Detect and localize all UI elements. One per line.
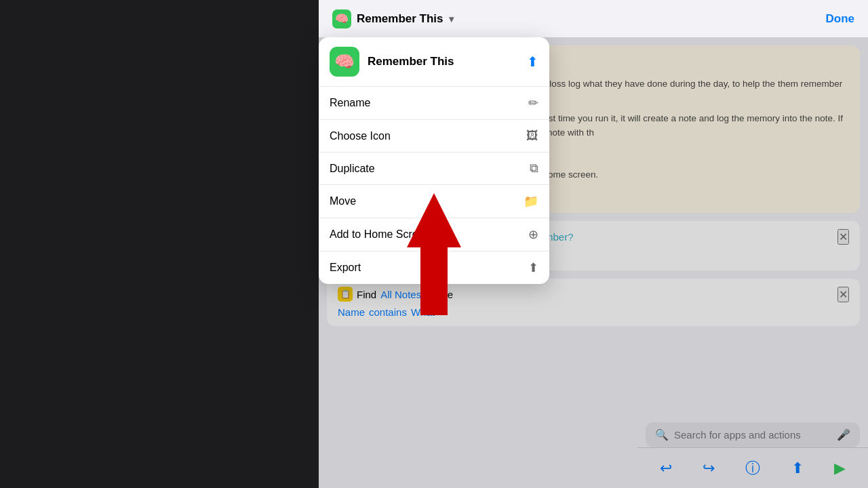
left-panel xyxy=(0,0,319,488)
dropdown-app-info: 🧠 Remember This xyxy=(330,47,454,77)
menu-item-choose-icon[interactable]: Choose Icon 🖼 xyxy=(319,120,549,152)
dropdown-app-name: Remember This xyxy=(368,55,454,68)
move-icon: 📁 xyxy=(524,194,538,209)
svg-marker-1 xyxy=(407,193,461,315)
shortcut-icon: 🧠 xyxy=(332,9,351,28)
export-label: Export xyxy=(330,262,361,274)
menu-item-rename[interactable]: Rename ✏ xyxy=(319,87,549,120)
dropdown-header: 🧠 Remember This ⬆ xyxy=(319,37,549,87)
top-bar-title-group[interactable]: 🧠 Remember This ▾ xyxy=(332,9,454,28)
choose-icon-label: Choose Icon xyxy=(330,130,391,142)
add-home-icon: ⊕ xyxy=(528,227,538,242)
rename-icon: ✏ xyxy=(528,96,538,110)
dropdown-share-button[interactable]: ⬆ xyxy=(527,54,538,70)
red-arrow xyxy=(407,193,461,315)
choose-icon-icon: 🖼 xyxy=(526,129,538,143)
export-icon: ⬆ xyxy=(528,260,538,275)
menu-item-duplicate[interactable]: Duplicate ⧉ xyxy=(319,152,549,185)
top-bar: 🧠 Remember This ▾ Done xyxy=(319,0,868,37)
app-icon-large: 🧠 xyxy=(330,47,359,77)
move-label: Move xyxy=(330,195,356,207)
done-button[interactable]: Done xyxy=(826,12,855,26)
shortcut-title: Remember This xyxy=(357,12,443,26)
chevron-down-icon: ▾ xyxy=(449,14,454,24)
rename-label: Rename xyxy=(330,97,370,109)
duplicate-label: Duplicate xyxy=(330,163,375,175)
duplicate-icon: ⧉ xyxy=(530,161,538,176)
